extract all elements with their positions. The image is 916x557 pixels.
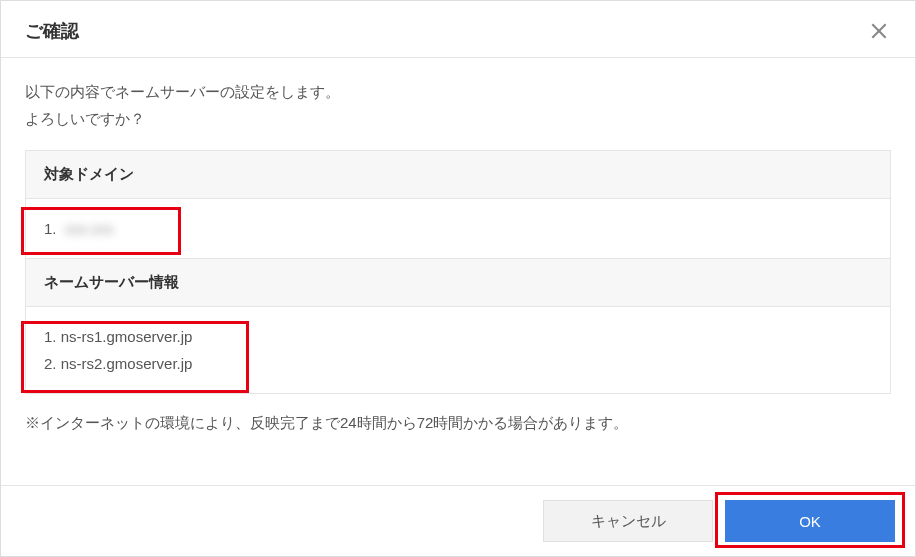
dialog-footer: キャンセル OK (1, 485, 915, 556)
section-domain-body: 1. xxx.xxx (26, 199, 890, 258)
note-text: ※インターネットの環境により、反映完了まで24時間から72時間かかる場合がありま… (25, 414, 891, 433)
item-number: 1. (44, 220, 57, 237)
dialog-title: ご確認 (25, 19, 79, 43)
close-icon[interactable] (867, 19, 891, 43)
section-nameserver-header: ネームサーバー情報 (26, 259, 890, 307)
intro-line-1: 以下の内容でネームサーバーの設定をします。 (25, 78, 891, 105)
intro-text: 以下の内容でネームサーバーの設定をします。 よろしいですか？ (25, 78, 891, 132)
dialog-body: 以下の内容でネームサーバーの設定をします。 よろしいですか？ 対象ドメイン 1.… (1, 58, 915, 485)
nameserver-value: ns-rs2.gmoserver.jp (61, 355, 193, 372)
section-domain-header: 対象ドメイン (26, 151, 890, 199)
item-number: 1. (44, 328, 57, 345)
section-nameserver-body: 1. ns-rs1.gmoserver.jp 2. ns-rs2.gmoserv… (26, 307, 890, 393)
nameserver-value: ns-rs1.gmoserver.jp (61, 328, 193, 345)
cancel-button[interactable]: キャンセル (543, 500, 713, 542)
list-item: 1. xxx.xxx (44, 215, 114, 242)
ok-button[interactable]: OK (725, 500, 895, 542)
confirmation-dialog: ご確認 以下の内容でネームサーバーの設定をします。 よろしいですか？ 対象ドメイ… (0, 0, 916, 557)
intro-line-2: よろしいですか？ (25, 105, 891, 132)
section-domain: 対象ドメイン 1. xxx.xxx (25, 150, 891, 259)
list-item: 1. ns-rs1.gmoserver.jp (44, 323, 872, 350)
dialog-header: ご確認 (1, 1, 915, 58)
section-nameserver: ネームサーバー情報 1. ns-rs1.gmoserver.jp 2. ns-r… (25, 259, 891, 394)
domain-value: xxx.xxx (65, 215, 114, 242)
list-item: 2. ns-rs2.gmoserver.jp (44, 350, 872, 377)
item-number: 2. (44, 355, 57, 372)
